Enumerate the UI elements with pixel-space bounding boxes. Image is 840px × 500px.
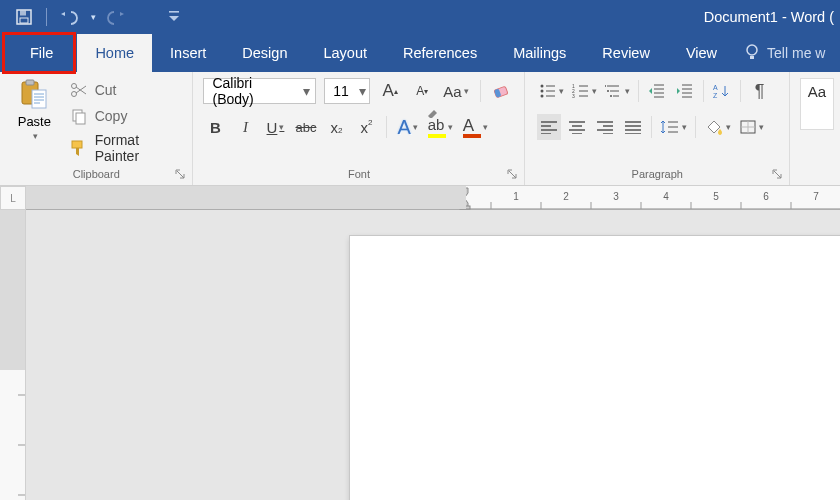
- bold-button[interactable]: B: [203, 114, 227, 140]
- font-name-combo[interactable]: Calibri (Body) ▾: [203, 78, 316, 104]
- subscript-button[interactable]: x2: [324, 114, 348, 140]
- ribbon: Paste ▾ Cut Copy: [0, 72, 840, 186]
- svg-point-9: [71, 92, 76, 97]
- paste-button[interactable]: Paste ▾: [8, 78, 61, 165]
- copy-button[interactable]: Copy: [69, 106, 185, 126]
- chevron-down-icon: ▾: [464, 86, 469, 96]
- horizontal-ruler[interactable]: 2 1 1 2 3 4 5 6 7: [26, 186, 840, 210]
- tab-label: View: [686, 45, 717, 61]
- chevron-down-icon: ▾: [625, 86, 630, 96]
- borders-icon: [739, 119, 757, 135]
- svg-rect-2: [20, 18, 28, 23]
- increase-indent-button[interactable]: [673, 78, 697, 104]
- grow-font-button[interactable]: A▴: [378, 78, 402, 104]
- highlight-button[interactable]: ab▾: [426, 114, 455, 140]
- tab-label: Layout: [323, 45, 367, 61]
- tab-insert[interactable]: Insert: [152, 34, 224, 72]
- svg-point-18: [541, 95, 544, 98]
- tab-label: Review: [602, 45, 650, 61]
- dialog-launcher-icon[interactable]: [174, 168, 186, 180]
- style-tile-normal[interactable]: Aa: [800, 78, 834, 130]
- superscript-button[interactable]: x2: [354, 114, 378, 140]
- dialog-launcher-icon[interactable]: [771, 168, 783, 180]
- chevron-down-icon: ▾: [726, 122, 731, 132]
- tab-label: Design: [242, 45, 287, 61]
- tab-review[interactable]: Review: [584, 34, 668, 72]
- tab-design[interactable]: Design: [224, 34, 305, 72]
- dialog-launcher-icon[interactable]: [506, 168, 518, 180]
- svg-rect-13: [72, 141, 82, 148]
- svg-rect-5: [750, 56, 754, 59]
- tab-layout[interactable]: Layout: [305, 34, 385, 72]
- shading-button[interactable]: ▾: [702, 114, 733, 140]
- tab-references[interactable]: References: [385, 34, 495, 72]
- borders-button[interactable]: ▾: [737, 114, 766, 140]
- shrink-font-button[interactable]: A▾: [410, 78, 434, 104]
- change-case-button[interactable]: Aa▾: [442, 78, 469, 104]
- tab-label: Mailings: [513, 45, 566, 61]
- paste-label: Paste: [18, 114, 51, 129]
- align-right-icon: [596, 120, 614, 134]
- document-area: L 2 1 1 2 3 4 5 6 7: [0, 186, 840, 500]
- paintbrush-icon: [69, 138, 89, 158]
- numbering-icon: 123: [572, 83, 590, 99]
- cut-label: Cut: [95, 82, 117, 98]
- svg-point-16: [541, 85, 544, 88]
- align-center-icon: [568, 120, 586, 134]
- cut-button[interactable]: Cut: [69, 80, 185, 100]
- group-label-paragraph: Paragraph: [525, 167, 789, 185]
- outdent-icon: [648, 83, 666, 99]
- line-spacing-button[interactable]: ▾: [658, 114, 689, 140]
- svg-text:A: A: [713, 84, 718, 91]
- group-label-font: Font: [193, 167, 524, 185]
- redo-icon[interactable]: [106, 7, 126, 27]
- chevron-down-icon: ▾: [483, 122, 488, 132]
- text-effects-button[interactable]: A▾: [395, 114, 419, 140]
- underline-button[interactable]: U▾: [263, 114, 287, 140]
- copy-label: Copy: [95, 108, 128, 124]
- font-color-button[interactable]: A▾: [461, 114, 490, 140]
- tab-home[interactable]: Home: [77, 34, 152, 72]
- align-right-button[interactable]: [593, 114, 617, 140]
- font-size-value: 11: [325, 83, 357, 99]
- align-left-button[interactable]: [537, 114, 561, 140]
- vertical-ruler[interactable]: 2 1: [0, 210, 26, 500]
- group-font: Calibri (Body) ▾ 11 ▾ A▴ A▾ Aa▾ B I U▾: [193, 72, 525, 185]
- undo-menu-chevron-icon[interactable]: ▾: [91, 12, 96, 22]
- undo-icon[interactable]: [59, 7, 79, 27]
- chevron-down-icon: ▾: [592, 86, 597, 96]
- strikethrough-button[interactable]: abc: [293, 114, 318, 140]
- svg-text:5: 5: [713, 191, 719, 202]
- clear-formatting-button[interactable]: [490, 78, 514, 104]
- tab-view[interactable]: View: [668, 34, 735, 72]
- tab-file[interactable]: File: [6, 34, 77, 72]
- chevron-down-icon: ▾: [299, 83, 316, 99]
- decrease-indent-button[interactable]: [645, 78, 669, 104]
- save-icon[interactable]: [14, 7, 34, 27]
- ruler-corner[interactable]: L: [0, 186, 26, 210]
- multilevel-list-button[interactable]: ▾: [603, 78, 632, 104]
- tell-me-label: Tell me w: [767, 45, 825, 61]
- tell-me-search[interactable]: Tell me w: [745, 34, 825, 72]
- align-justify-button[interactable]: [621, 114, 645, 140]
- format-painter-button[interactable]: Format Painter: [69, 132, 185, 164]
- chevron-down-icon: ▾: [448, 122, 453, 132]
- tab-mailings[interactable]: Mailings: [495, 34, 584, 72]
- align-center-button[interactable]: [565, 114, 589, 140]
- customize-qat-icon[interactable]: [164, 7, 184, 27]
- svg-text:7: 7: [813, 191, 819, 202]
- document-page[interactable]: [350, 236, 840, 500]
- numbering-button[interactable]: 123▾: [570, 78, 599, 104]
- svg-text:4: 4: [663, 191, 669, 202]
- svg-point-23: [607, 90, 609, 92]
- font-size-combo[interactable]: 11 ▾: [324, 78, 370, 104]
- font-name-value: Calibri (Body): [204, 75, 298, 107]
- bullets-button[interactable]: ▾: [537, 78, 566, 104]
- sort-button[interactable]: AZ: [710, 78, 734, 104]
- chevron-down-icon: ▾: [682, 122, 687, 132]
- italic-button[interactable]: I: [233, 114, 257, 140]
- indent-icon: [676, 83, 694, 99]
- scissors-icon: [69, 80, 89, 100]
- show-marks-button[interactable]: ¶: [747, 78, 771, 104]
- paste-icon: [17, 78, 51, 112]
